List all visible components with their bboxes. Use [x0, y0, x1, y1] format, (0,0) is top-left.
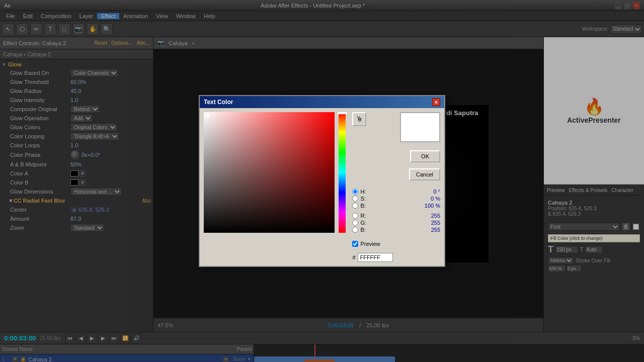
s-radio[interactable]	[352, 196, 358, 202]
g-label: G:	[360, 220, 366, 226]
hue-slider[interactable]	[339, 112, 346, 233]
hue-gradient-svg	[339, 112, 346, 233]
color-picker-area[interactable]	[204, 112, 335, 233]
h-radio[interactable]	[352, 189, 358, 195]
preview-checkbox[interactable]	[352, 241, 358, 247]
b2-row: B: 255	[352, 227, 440, 233]
b2-value: 255	[431, 227, 440, 233]
b-label: B:	[360, 203, 365, 209]
s-value: 0 %	[431, 196, 440, 202]
b2-radio[interactable]	[352, 227, 358, 233]
dialog-close-button[interactable]: ×	[432, 98, 440, 106]
preview-label: Preview	[360, 241, 380, 247]
b-row: B: 100 %	[352, 203, 440, 209]
hex-input-row: #	[352, 253, 440, 262]
s-label: S:	[360, 196, 365, 202]
b-radio[interactable]	[352, 203, 358, 209]
s-row: S: 0 %	[352, 196, 440, 202]
b-value: 100 %	[425, 203, 440, 209]
g-value: 255	[431, 220, 440, 226]
dialog-buttons-top: 🖰	[352, 112, 440, 142]
svg-rect-1	[204, 112, 335, 233]
g-radio[interactable]	[352, 220, 358, 226]
r-label: R:	[360, 213, 366, 219]
hue-slider-container	[339, 112, 348, 233]
r-value: 255	[431, 213, 440, 219]
dialog-title-text: Text Color	[204, 99, 233, 106]
text-color-dialog: Text Color ×	[199, 95, 445, 267]
g-row: G: 255	[352, 220, 440, 226]
color-preview-box	[400, 112, 440, 142]
h-label: H:	[360, 189, 366, 195]
dialog-body: 🖰 OK Cancel H: 0 ° S: 0 %	[200, 108, 444, 266]
hex-label: #	[352, 254, 355, 260]
modal-overlay[interactable]: Text Color ×	[0, 0, 644, 362]
r-row: R: 255	[352, 213, 440, 219]
dialog-right-controls: 🖰 OK Cancel H: 0 ° S: 0 %	[352, 112, 440, 262]
ok-button[interactable]: OK	[410, 150, 440, 162]
dialog-titlebar: Text Color ×	[200, 96, 444, 108]
cancel-button[interactable]: Cancel	[409, 168, 440, 180]
color-gradient-svg	[204, 112, 335, 233]
eyedropper-area: 🖰	[352, 112, 366, 142]
svg-rect-2	[339, 112, 346, 233]
eyedropper-button[interactable]: 🖰	[352, 112, 366, 126]
h-row: H: 0 °	[352, 189, 440, 195]
color-value-inputs: H: 0 ° S: 0 % B: 100 %	[352, 189, 440, 233]
b2-label: B:	[360, 227, 365, 233]
preview-checkbox-row: Preview	[352, 241, 440, 247]
hex-input[interactable]	[358, 253, 393, 262]
h-value: 0 °	[433, 189, 440, 195]
r-radio[interactable]	[352, 213, 358, 219]
